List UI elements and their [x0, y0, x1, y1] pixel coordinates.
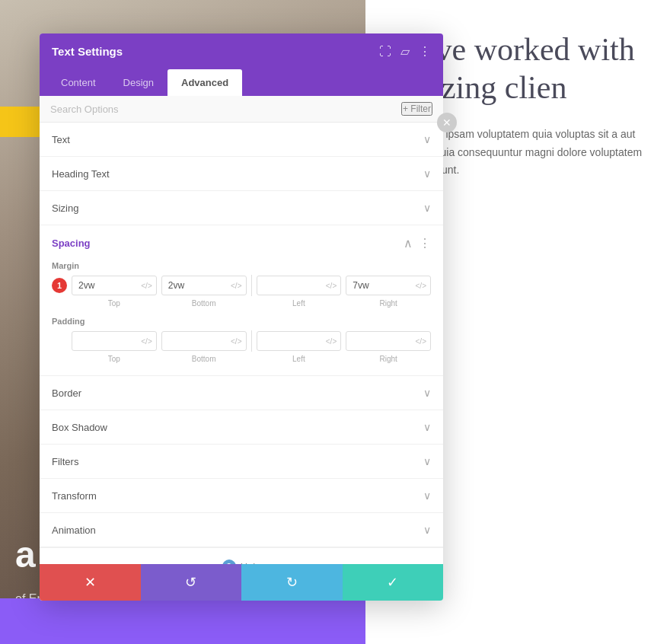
modal-header-icons: ⛶ ▱ ⋮	[379, 44, 431, 59]
section-filters[interactable]: Filters ∨	[40, 445, 443, 479]
margin-divider	[251, 275, 252, 296]
padding-group: Padding </> </>	[52, 317, 431, 363]
modal-search-bar: Search Options + Filter	[40, 96, 443, 123]
tab-content[interactable]: Content	[47, 69, 110, 96]
section-sizing-label: Sizing	[52, 202, 78, 214]
padding-bottom-label: Bottom	[161, 355, 247, 363]
yellow-accent-bar	[0, 107, 46, 137]
more-options-icon[interactable]: ⋮	[419, 44, 431, 59]
section-filters-label: Filters	[52, 456, 78, 467]
section-box-shadow-chevron: ∨	[423, 421, 431, 433]
purple-bottom-bar	[0, 598, 365, 644]
section-heading-text-label: Heading Text	[52, 168, 110, 180]
padding-tb-labels: Top Bottom	[72, 355, 247, 363]
padding-top-field-wrap: </>	[72, 331, 157, 351]
section-sizing-chevron: ∨	[423, 202, 431, 214]
expand-icon[interactable]: ⛶	[379, 45, 391, 59]
section-text[interactable]: Text ∨	[40, 123, 443, 157]
section-border-label: Border	[52, 387, 81, 399]
padding-left-label: Left	[257, 355, 342, 363]
padding-top-responsive-icon: </>	[141, 337, 152, 346]
modal-body: Text ∨ Heading Text ∨ Sizing ∨ Spacing ∧…	[40, 123, 443, 564]
margin-left-label: Left	[257, 299, 342, 308]
margin-right-field-wrap: </>	[346, 276, 431, 295]
margin-labels-row: Top Bottom Left Right	[52, 299, 431, 308]
margin-top-responsive-icon: </>	[141, 282, 152, 290]
margin-top-label: Top	[72, 299, 157, 308]
section-text-chevron: ∨	[423, 133, 431, 145]
modal-tabs: Content Design Advanced	[40, 69, 443, 96]
tab-advanced[interactable]: Advanced	[168, 69, 242, 96]
modal-footer: ✕ ↺ ↻ ✓	[40, 564, 443, 601]
spacing-more-icon[interactable]: ⋮	[419, 236, 431, 250]
margin-top-bottom-pair: </> </>	[72, 276, 247, 295]
filter-button[interactable]: + Filter	[401, 102, 432, 116]
margin-lr-labels: Left Right	[257, 299, 432, 308]
padding-left-field-wrap: </>	[257, 331, 342, 351]
split-icon[interactable]: ▱	[400, 44, 410, 59]
section-animation[interactable]: Animation ∨	[40, 513, 443, 547]
save-button[interactable]: ✓	[343, 564, 444, 601]
padding-left-responsive-icon: </>	[326, 337, 337, 346]
padding-lr-labels: Left Right	[257, 355, 432, 363]
section-border-chevron: ∨	[423, 387, 431, 399]
section-transform-label: Transform	[52, 490, 97, 502]
margin-tb-labels: Top Bottom	[72, 299, 247, 308]
section-transform[interactable]: Transform ∨	[40, 479, 443, 513]
margin-bottom-field-wrap: </>	[161, 276, 247, 295]
spacing-section-header[interactable]: Spacing ∧ ⋮	[40, 225, 443, 261]
padding-bottom-field-wrap: </>	[161, 331, 247, 351]
section-animation-chevron: ∨	[423, 524, 431, 536]
padding-right-label: Right	[346, 355, 431, 363]
section-box-shadow-label: Box Shadow	[52, 422, 107, 433]
padding-left-right-pair: </> </>	[257, 331, 432, 351]
padding-right-responsive-icon: </>	[416, 337, 426, 346]
spacing-section-label: Spacing	[52, 238, 91, 249]
section-spacing: Spacing ∧ ⋮ Margin 1 </>	[40, 225, 443, 376]
spacing-collapse-icon[interactable]: ∧	[404, 236, 413, 250]
section-animation-label: Animation	[52, 524, 96, 536]
margin-right-responsive-icon: </>	[416, 282, 426, 290]
margin-label: Margin	[52, 261, 431, 270]
section-transform-chevron: ∨	[423, 489, 431, 502]
margin-top-field-wrap: </>	[72, 276, 157, 295]
padding-label: Padding	[52, 317, 431, 326]
modal-close-outside-button[interactable]: ✕	[437, 113, 457, 132]
redo-button[interactable]: ↻	[241, 564, 343, 601]
padding-labels-row: Top Bottom Left Right	[52, 355, 431, 363]
section-heading-text-chevron: ∨	[423, 167, 431, 180]
section-sizing[interactable]: Sizing ∨	[40, 191, 443, 225]
cancel-button[interactable]: ✕	[40, 564, 141, 601]
padding-divider	[251, 330, 252, 352]
padding-bottom-responsive-icon: </>	[231, 337, 241, 346]
spacing-header-controls: ∧ ⋮	[404, 236, 431, 250]
undo-button[interactable]: ↺	[141, 564, 242, 601]
modal-title: Text Settings	[52, 45, 123, 58]
margin-bottom-responsive-icon: </>	[231, 282, 241, 290]
tab-design[interactable]: Design	[110, 69, 168, 96]
spacing-body: Margin 1 </> </>	[40, 261, 443, 375]
modal-header: Text Settings ⛶ ▱ ⋮	[40, 33, 443, 69]
section-box-shadow[interactable]: Box Shadow ∨	[40, 410, 443, 445]
margin-left-right-pair: </> </>	[257, 276, 432, 295]
padding-right-field-wrap: </>	[346, 331, 431, 351]
margin-indicator: 1	[52, 278, 67, 293]
search-placeholder-text: Search Options	[50, 104, 119, 115]
padding-top-bottom-pair: </> </>	[72, 331, 247, 351]
margin-left-field-wrap: </>	[257, 276, 342, 295]
margin-inputs-row: 1 </> </>	[52, 275, 431, 296]
margin-right-label: Right	[346, 299, 431, 308]
margin-group: Margin 1 </> </>	[52, 261, 431, 308]
section-border[interactable]: Border ∨	[40, 376, 443, 410]
padding-top-label: Top	[72, 355, 157, 363]
section-filters-chevron: ∨	[423, 455, 431, 467]
section-text-label: Text	[52, 134, 70, 145]
padding-inputs-row: </> </> </>	[52, 330, 431, 352]
help-section: ? Help	[40, 547, 443, 564]
margin-bottom-label: Bottom	[161, 299, 247, 308]
text-settings-modal: Text Settings ⛶ ▱ ⋮ Content Design Advan…	[40, 33, 443, 601]
section-heading-text[interactable]: Heading Text ∨	[40, 157, 443, 191]
margin-left-responsive-icon: </>	[326, 282, 337, 290]
